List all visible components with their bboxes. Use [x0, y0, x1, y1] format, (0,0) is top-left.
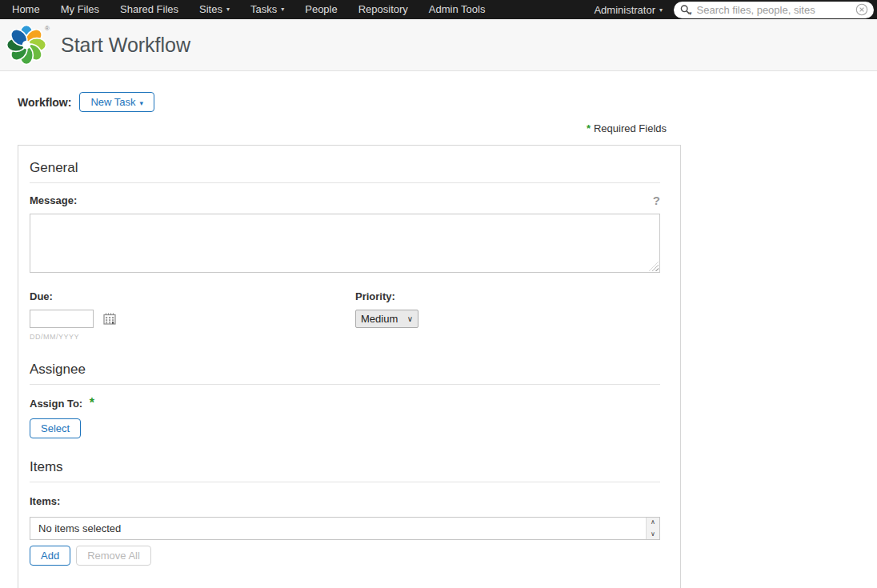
- select-assignee-button[interactable]: Select: [30, 418, 81, 438]
- priority-column: Priority: Medium ∨: [355, 290, 418, 341]
- caret-down-icon: ▾: [281, 0, 284, 19]
- alfresco-flower-icon: [6, 25, 46, 65]
- workflow-label: Workflow:: [18, 96, 71, 109]
- due-priority-row: Due:: [30, 290, 660, 341]
- required-star: *: [587, 122, 591, 134]
- section-items: Items Items: No items selected ∧ ∨ Add R…: [30, 459, 660, 566]
- nav-item-tasks[interactable]: Tasks▾: [240, 0, 294, 19]
- assign-to-row: Assign To: *: [30, 396, 660, 410]
- general-heading: General: [30, 160, 660, 183]
- scroll-up-icon[interactable]: ∧: [651, 519, 655, 526]
- search-input[interactable]: [692, 4, 855, 16]
- required-star: *: [90, 396, 94, 410]
- workflow-type-button[interactable]: New Task▾: [79, 92, 154, 112]
- nav-item-admin-tools[interactable]: Admin Tools: [418, 0, 496, 19]
- main-content: Workflow: New Task▾ *Required Fields Gen…: [0, 71, 877, 588]
- registered-trademark-icon: ®: [45, 25, 50, 32]
- required-fields-note: *Required Fields: [18, 122, 667, 134]
- workflow-form-panel: General Message: ? Due:: [18, 145, 681, 588]
- items-heading: Items: [30, 459, 660, 482]
- nav-item-sites[interactable]: Sites▾: [189, 0, 240, 19]
- scroll-down-icon[interactable]: ∨: [651, 531, 655, 538]
- alfresco-logo[interactable]: ®: [6, 25, 48, 65]
- date-format-hint: DD/MM/YYYY: [30, 333, 355, 341]
- due-date-input[interactable]: [30, 310, 94, 328]
- nav-item-repository[interactable]: Repository: [348, 0, 418, 19]
- message-textarea[interactable]: [30, 214, 660, 273]
- help-icon[interactable]: ?: [653, 194, 660, 206]
- nav-item-home[interactable]: Home: [2, 0, 50, 19]
- priority-select[interactable]: Medium: [355, 310, 418, 328]
- caret-down-icon: ▾: [226, 0, 230, 19]
- due-label: Due:: [30, 290, 355, 302]
- section-general: General Message: ? Due:: [30, 160, 660, 341]
- search-box: ▾: [674, 2, 874, 18]
- page-header: ® Start Workflow: [0, 19, 877, 71]
- assignee-heading: Assignee: [30, 362, 660, 385]
- calendar-picker-button[interactable]: [103, 313, 116, 325]
- page-title: Start Workflow: [61, 34, 190, 57]
- items-buttons-row: Add Remove All: [30, 546, 660, 566]
- workflow-selector-row: Workflow: New Task▾: [18, 92, 877, 112]
- caret-down-icon: ▾: [140, 99, 144, 107]
- due-column: Due:: [30, 290, 355, 341]
- message-field-wrap: [30, 214, 660, 273]
- user-menu[interactable]: Administrator▾: [583, 4, 674, 16]
- items-empty-text: No items selected: [30, 518, 659, 539]
- section-assignee: Assignee Assign To: * Select: [30, 362, 660, 438]
- message-label: Message:: [30, 194, 77, 206]
- calendar-icon: [103, 313, 116, 325]
- message-label-row: Message: ?: [30, 194, 660, 206]
- add-items-button[interactable]: Add: [30, 546, 70, 566]
- clear-search-icon[interactable]: [855, 3, 868, 16]
- nav-item-people[interactable]: People: [294, 0, 347, 19]
- top-navigation-bar: Home My Files Shared Files Sites▾ Tasks▾…: [0, 0, 877, 19]
- assign-to-label: Assign To:: [30, 398, 82, 410]
- items-listbox[interactable]: No items selected ∧ ∨: [30, 517, 660, 540]
- nav-item-my-files[interactable]: My Files: [50, 0, 110, 19]
- priority-label: Priority:: [355, 290, 418, 302]
- caret-down-icon: ▾: [659, 6, 663, 14]
- items-scrollbar[interactable]: ∧ ∨: [646, 518, 659, 539]
- items-label: Items:: [30, 495, 60, 507]
- form-wrapper: *Required Fields General Message: ? Due:: [18, 122, 681, 588]
- remove-all-items-button[interactable]: Remove All: [76, 546, 151, 566]
- priority-select-wrap: Medium ∨: [355, 310, 418, 328]
- nav-item-shared-files[interactable]: Shared Files: [110, 0, 189, 19]
- due-input-row: [30, 310, 355, 328]
